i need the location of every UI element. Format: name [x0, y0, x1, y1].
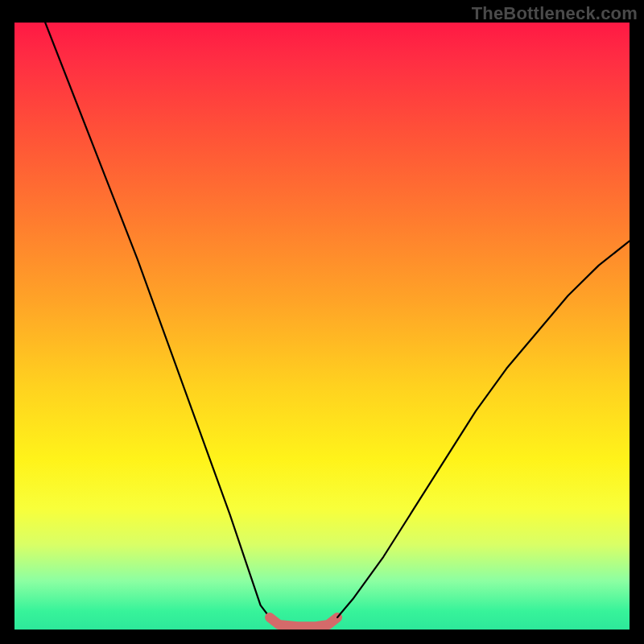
chart-frame: TheBottleneck.com: [0, 0, 644, 644]
curve-bottom: [270, 617, 337, 626]
curve-left: [45, 23, 270, 617]
watermark-text: TheBottleneck.com: [472, 3, 638, 24]
curve-right: [337, 241, 630, 617]
curve-overlay: [14, 23, 630, 630]
plot-area: [14, 23, 630, 630]
